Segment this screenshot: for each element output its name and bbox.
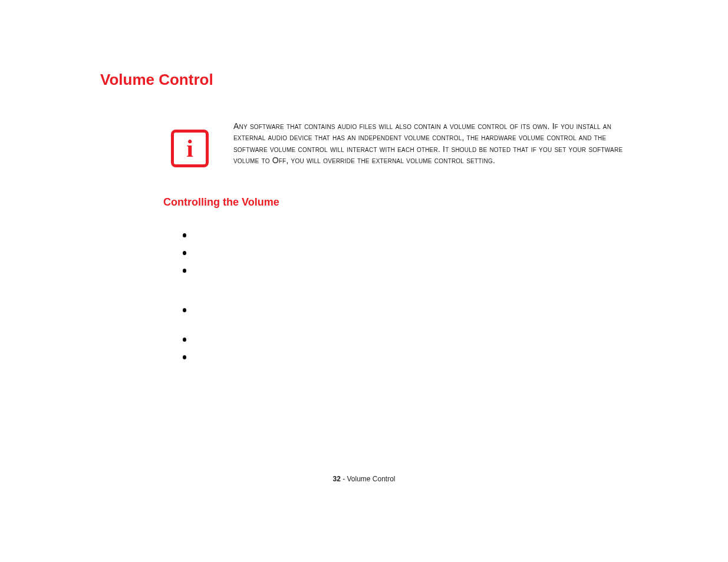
list-item — [183, 247, 199, 253]
footer-section: Volume Control — [347, 475, 395, 483]
footer-separator: - — [341, 475, 347, 483]
page-footer: 32 - Volume Control — [0, 475, 728, 483]
info-icon: i — [171, 130, 209, 167]
list-item — [183, 305, 199, 310]
list-item — [183, 230, 199, 236]
info-note: i Any software that contains audio files… — [171, 121, 628, 167]
info-note-text: Any software that contains audio files w… — [233, 121, 628, 166]
page: Volume Control i Any software that conta… — [0, 0, 728, 562]
page-number: 32 — [332, 475, 340, 483]
bullet-list — [183, 230, 199, 358]
list-item — [183, 265, 199, 271]
list-item — [183, 352, 199, 358]
list-item — [183, 334, 199, 340]
info-icon-glyph: i — [186, 136, 193, 161]
page-title: Volume Control — [100, 71, 213, 89]
section-heading: Controlling the Volume — [163, 196, 279, 209]
